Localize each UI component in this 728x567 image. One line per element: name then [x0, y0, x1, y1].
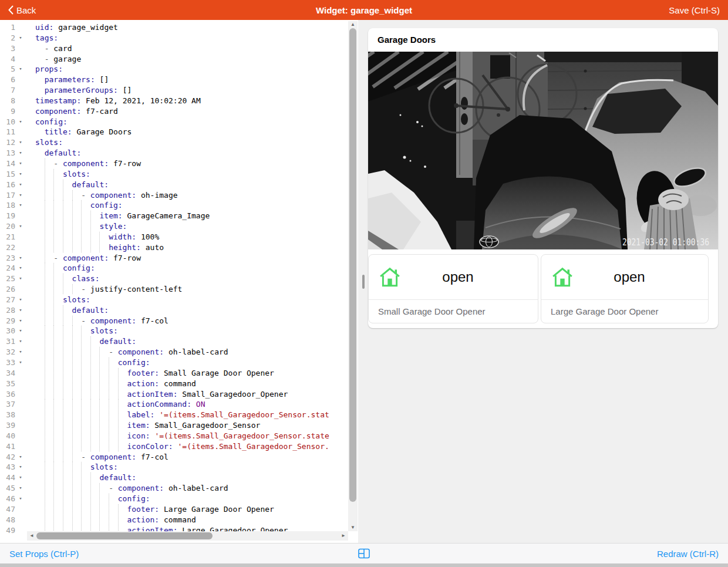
code-line[interactable]: 4- garage [0, 54, 348, 65]
code-line[interactable]: 18▾config: [0, 200, 348, 211]
code-line[interactable]: 48action: command [0, 515, 348, 525]
fold-toggle-icon[interactable]: ▾ [15, 180, 26, 190]
horizontal-scrollbar-thumb[interactable] [36, 532, 213, 539]
line-number: 26 [0, 284, 15, 295]
code-line[interactable]: 12▾slots: [0, 137, 348, 148]
fold-toggle-icon[interactable]: ▾ [15, 357, 26, 368]
code-line[interactable]: 32▾- component: oh-label-card [0, 347, 348, 357]
fold-toggle-icon[interactable]: ▾ [15, 148, 26, 158]
fold-toggle-icon[interactable]: ▾ [15, 473, 26, 483]
code-line[interactable]: 45▾- component: oh-label-card [0, 483, 348, 494]
code-line[interactable]: 43▾slots: [0, 462, 348, 473]
fold-toggle-icon[interactable]: ▾ [15, 316, 26, 326]
scroll-down-icon[interactable]: ▼ [348, 525, 358, 531]
code-line[interactable]: 22height: auto [0, 242, 348, 253]
code-line[interactable]: 47footer: Large Garage Door Opener [0, 504, 348, 515]
code-line[interactable]: 11title: Garage Doors [0, 127, 348, 137]
fold-toggle-icon[interactable]: ▾ [15, 483, 26, 494]
code-line[interactable]: 46▾config: [0, 494, 348, 504]
fold-spacer [15, 431, 26, 441]
fold-toggle-icon[interactable]: ▾ [15, 462, 26, 473]
fold-toggle-icon[interactable]: ▾ [15, 336, 26, 347]
code-line[interactable]: 8timestamp: Feb 12, 2021, 10:02:20 AM [0, 96, 348, 106]
code-line[interactable]: 7parameterGroups: [] [0, 85, 348, 96]
code-line[interactable]: 33▾config: [0, 357, 348, 368]
line-number: 2 [0, 33, 15, 43]
code-line[interactable]: 14▾- component: f7-row [0, 158, 348, 169]
fold-toggle-icon[interactable]: ▾ [15, 295, 26, 305]
scroll-up-icon[interactable]: ▲ [348, 22, 358, 28]
code-line[interactable]: 36actionItem: Small_Garagedoor_Opener [0, 389, 348, 400]
fold-toggle-icon[interactable]: ▾ [15, 494, 26, 504]
line-number: 21 [0, 232, 15, 242]
code-line[interactable]: 16▾default: [0, 180, 348, 190]
fold-toggle-icon[interactable]: ▾ [15, 263, 26, 274]
fold-toggle-icon[interactable]: ▾ [15, 33, 26, 43]
code-line[interactable]: 41iconColor: '=(items.Small_Garagedoor_S… [0, 441, 348, 452]
pane-resize-handle[interactable] [362, 275, 365, 289]
code-line[interactable]: 1uid: garage_widget [0, 22, 348, 33]
code-line[interactable]: 20▾style: [0, 221, 348, 232]
horizontal-scrollbar[interactable]: ◄ ► [27, 531, 348, 541]
code-line[interactable]: 44▾default: [0, 473, 348, 483]
fold-toggle-icon[interactable]: ▾ [15, 221, 26, 232]
fold-toggle-icon[interactable]: ▾ [15, 452, 26, 463]
code-line[interactable]: 30▾slots: [0, 326, 348, 336]
code-line[interactable]: 10▾config: [0, 117, 348, 127]
redraw-button[interactable]: Redraw (Ctrl-R) [657, 549, 719, 559]
code-line[interactable]: 29▾- component: f7-col [0, 316, 348, 326]
opener-footer: Large Garage Door Opener [541, 299, 708, 323]
back-button[interactable]: Back [8, 5, 36, 15]
save-button[interactable]: Save (Ctrl-S) [669, 5, 720, 15]
code-line[interactable]: 3- card [0, 43, 348, 54]
vertical-scrollbar[interactable]: ▲ ▼ [348, 21, 358, 531]
code-lines[interactable]: 1uid: garage_widget2▾tags:3- card4- gara… [0, 22, 348, 535]
code-line[interactable]: 39item: Small_Garagedoor_Sensor [0, 420, 348, 431]
split-view-button[interactable] [358, 548, 370, 559]
code-line[interactable]: 42▾- component: f7-col [0, 452, 348, 463]
code-line[interactable]: 21width: 100% [0, 232, 348, 242]
fold-toggle-icon[interactable]: ▾ [15, 200, 26, 211]
code-line[interactable]: 38label: '=(items.Small_Garagedoor_Senso… [0, 410, 348, 420]
code-line[interactable]: 5▾props: [0, 64, 348, 75]
code-line[interactable]: 31▾default: [0, 336, 348, 347]
fold-toggle-icon[interactable]: ▾ [15, 169, 26, 180]
fold-toggle-icon[interactable]: ▾ [15, 253, 26, 264]
code-line[interactable]: 17▾- component: oh-image [0, 190, 348, 201]
yaml-code-editor[interactable]: 1uid: garage_widget2▾tags:3- card4- gara… [0, 20, 358, 543]
code-line[interactable]: 9component: f7-card [0, 106, 348, 117]
large-garage-opener-card[interactable]: open Large Garage Door Opener [541, 254, 709, 323]
set-props-button[interactable]: Set Props (Ctrl-P) [9, 549, 79, 559]
code-line[interactable]: 26- justify-content-left [0, 284, 348, 295]
code-line[interactable]: 25▾class: [0, 274, 348, 284]
vertical-scrollbar-thumb[interactable] [349, 28, 356, 502]
code-line[interactable]: 2▾tags: [0, 33, 348, 43]
line-number: 14 [0, 158, 15, 169]
code-line[interactable]: 34footer: Small Garage Door Opener [0, 368, 348, 379]
code-line[interactable]: 13▾default: [0, 148, 348, 158]
code-line[interactable]: 19item: GarageCamera_Image [0, 211, 348, 221]
code-line[interactable]: 15▾slots: [0, 169, 348, 180]
code-line[interactable]: 24▾config: [0, 263, 348, 274]
fold-toggle-icon[interactable]: ▾ [15, 305, 26, 316]
fold-toggle-icon[interactable]: ▾ [15, 274, 26, 284]
code-line[interactable]: 40icon: '=(items.Small_Garagedoor_Sensor… [0, 431, 348, 441]
fold-toggle-icon[interactable]: ▾ [15, 117, 26, 127]
code-line[interactable]: 28▾default: [0, 305, 348, 316]
code-line[interactable]: 37actionCommand: ON [0, 399, 348, 410]
small-garage-opener-card[interactable]: open Small Garage Door Opener [368, 254, 538, 323]
fold-toggle-icon[interactable]: ▾ [15, 347, 26, 357]
fold-spacer [15, 399, 26, 410]
code-line[interactable]: 35action: command [0, 379, 348, 389]
fold-toggle-icon[interactable]: ▾ [15, 326, 26, 336]
code-line[interactable]: 6parameters: [] [0, 75, 348, 85]
code-line[interactable]: 23▾- component: f7-row [0, 253, 348, 264]
scroll-right-icon[interactable]: ► [339, 533, 348, 539]
fold-toggle-icon[interactable]: ▾ [15, 190, 26, 201]
fold-toggle-icon[interactable]: ▾ [15, 64, 26, 75]
code-line[interactable]: 27▾slots: [0, 295, 348, 305]
fold-toggle-icon[interactable]: ▾ [15, 158, 26, 169]
fold-spacer [15, 368, 26, 379]
scroll-left-icon[interactable]: ◄ [27, 533, 36, 539]
fold-toggle-icon[interactable]: ▾ [15, 137, 26, 148]
